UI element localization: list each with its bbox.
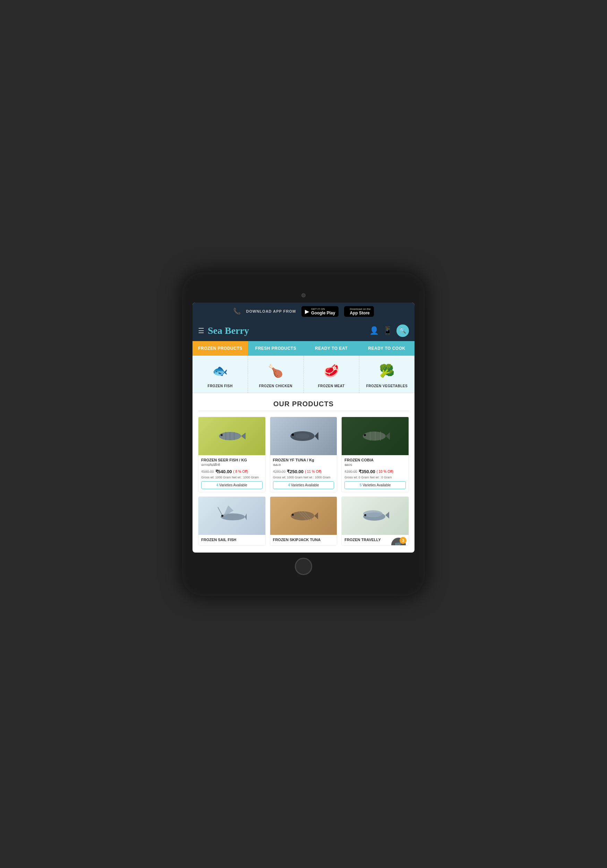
price-discount-seer-fish: ( 8 % Off) [233,470,248,474]
product-card-skipjack[interactable]: FROZEN SKIPJACK TUNA [270,496,337,546]
varieties-label-yf-tuna: Varieties Available [291,483,319,487]
varieties-num-yf-tuna: 4 [288,483,290,487]
search-icon: 🔍 [399,327,406,334]
varieties-num-seer-fish: 4 [216,483,219,487]
phone-icon: 📞 [233,307,241,315]
hamburger-menu-icon[interactable]: ☰ [198,327,204,335]
price-row-cobia: ₹390.00 ₹350.00 ( 10 % Off) [345,469,406,474]
varieties-num-cobia: 5 [360,483,362,487]
svg-point-9 [295,433,309,439]
svg-point-30 [364,514,366,516]
svg-marker-11 [386,432,390,440]
price-discount-yf-tuna: ( 11 % Off) [305,470,321,474]
frozen-fish-label: FROZEN FISH [195,384,245,388]
products-grid: FROZEN SEER FISH / KG നെയ്യ്മീൻ ₹590.00 … [198,417,409,546]
screen-wrapper: 📞 DOWNLOAD APP FROM ▶ GET IT ON Google P… [193,302,414,553]
top-banner: 📞 DOWNLOAD APP FROM ▶ GET IT ON Google P… [193,302,414,320]
product-local-cobia: മോട [345,463,406,467]
svg-marker-17 [245,513,247,520]
varieties-btn-seer-fish[interactable]: 4 Varieties Available [201,481,262,489]
varieties-label-cobia: Varieties Available [362,483,391,487]
price-discount-cobia: ( 10 % Off) [377,470,393,474]
svg-point-23 [292,514,294,516]
product-local-yf-tuna: കേര [273,463,334,467]
header-left: ☰ Sea Berry [198,325,249,336]
weight-cobia: Gross wt: 0 Gram Net wt : 0 Gram [345,476,406,479]
tab-ready-to-cook[interactable]: READY TO COOK [359,341,414,356]
product-info-seer-fish: FROZEN SEER FISH / KG നെയ്യ്മീൻ ₹590.00 … [199,455,265,492]
frozen-vegetables-image: 🥦 [375,361,399,381]
tab-ready-to-eat[interactable]: READY TO EAT [303,341,359,356]
frozen-meat-label: FROZEN MEAT [307,384,356,388]
google-play-big-label: Google Play [311,311,335,315]
user-icon[interactable]: 👤 [369,326,379,335]
frozen-chicken-image: 🍗 [264,361,288,381]
weight-yf-tuna: Gross wt: 1000 Gram Net wt : 1000 Gram [273,476,334,479]
product-card-sail-fish[interactable]: FROZEN SAIL FISH [198,496,266,546]
category-frozen-meat[interactable]: 🥩 FROZEN MEAT [304,356,359,393]
product-card-seer-fish[interactable]: FROZEN SEER FISH / KG നെയ്യ്മീൻ ₹590.00 … [198,417,266,492]
header: ☰ Sea Berry 👤 📱 🔍 [193,320,414,341]
product-info-sail-fish: FROZEN SAIL FISH [199,535,265,545]
svg-point-20 [221,515,224,517]
travelly-svg [360,506,391,525]
category-frozen-fish[interactable]: 🐟 FROZEN FISH [193,356,248,393]
products-section: OUR PRODUCTS [193,393,414,553]
category-frozen-chicken[interactable]: 🍗 FROZEN CHICKEN [248,356,303,393]
svg-marker-7 [315,432,318,440]
skipjack-svg [288,506,319,525]
price-current-cobia: ₹350.00 [359,469,375,474]
tab-frozen-products[interactable]: FROZEN PRODUCTS [193,341,248,356]
price-current-seer-fish: ₹540.00 [216,469,232,474]
weight-seer-fish: Gross wt: 1000 Gram Net wt : 1000 Gram [201,476,262,479]
nav-tabs: FROZEN PRODUCTS FRESH PRODUCTS READY TO … [193,341,414,356]
tab-fresh-products[interactable]: FRESH PRODUCTS [248,341,303,356]
frozen-meat-image: 🥩 [319,361,343,381]
google-play-small-label: GET IT ON [311,307,335,311]
product-image-skipjack [270,497,337,535]
search-button[interactable]: 🔍 [396,324,409,337]
seer-fish-svg [216,426,247,445]
brand-name: Sea Berry [208,325,249,336]
product-card-cobia[interactable]: FROZEN COBIA മോട ₹390.00 ₹350.00 ( 10 % … [341,417,409,492]
svg-point-10 [363,432,386,440]
frozen-vegetables-label: FROZEN VEGETABLES [362,384,412,388]
price-original-seer-fish: ₹590.00 [201,470,214,474]
app-store-big-label: App Store [349,311,371,315]
phone-header-icon[interactable]: 📱 [383,326,392,335]
app-store-badge[interactable]: Download on the App Store [344,306,374,317]
price-original-yf-tuna: ₹280.00 [273,470,286,474]
price-row-seer-fish: ₹590.00 ₹540.00 ( 8 % Off) [201,469,262,474]
product-name-sail-fish: FROZEN SAIL FISH [201,538,262,542]
product-image-cobia [342,417,408,455]
yf-tuna-svg [288,426,319,445]
tablet-camera [301,293,306,298]
svg-point-8 [291,434,294,436]
product-card-travelly[interactable]: FROZEN TRAVELLY 🛒 3 [341,496,409,546]
price-original-cobia: ₹390.00 [345,470,357,474]
product-info-skipjack: FROZEN SKIPJACK TUNA [270,535,337,545]
varieties-btn-cobia[interactable]: 5 Varieties Available [345,481,406,489]
category-frozen-vegetables[interactable]: 🥦 FROZEN VEGETABLES [359,356,414,393]
svg-point-2 [220,434,223,436]
svg-point-12 [364,434,366,436]
price-current-yf-tuna: ₹250.00 [287,469,303,474]
header-right: 👤 📱 🔍 [369,324,409,337]
tablet-shell: 📞 DOWNLOAD APP FROM ▶ GET IT ON Google P… [182,273,425,596]
product-name-skipjack: FROZEN SKIPJACK TUNA [273,538,334,542]
cobia-svg [360,426,391,445]
home-button[interactable] [295,558,312,575]
svg-marker-22 [314,512,318,519]
app-store-small-label: Download on the [349,307,371,311]
google-play-icon: ▶ [305,308,309,315]
google-play-badge[interactable]: ▶ GET IT ON Google Play [301,306,338,317]
categories-row: 🐟 FROZEN FISH 🍗 FROZEN CHICKEN 🥩 FROZEN … [193,356,414,393]
google-play-text: GET IT ON Google Play [311,307,335,315]
product-image-seer-fish [199,417,265,455]
product-name-cobia: FROZEN COBIA [345,458,406,462]
varieties-btn-yf-tuna[interactable]: 4 Varieties Available [273,481,334,489]
download-app-text: DOWNLOAD APP FROM [246,309,296,313]
section-title: OUR PRODUCTS [198,400,409,408]
svg-marker-1 [241,432,245,440]
product-card-yf-tuna[interactable]: FROZEN YF TUNA / Kg കേര ₹280.00 ₹250.00 … [270,417,337,492]
